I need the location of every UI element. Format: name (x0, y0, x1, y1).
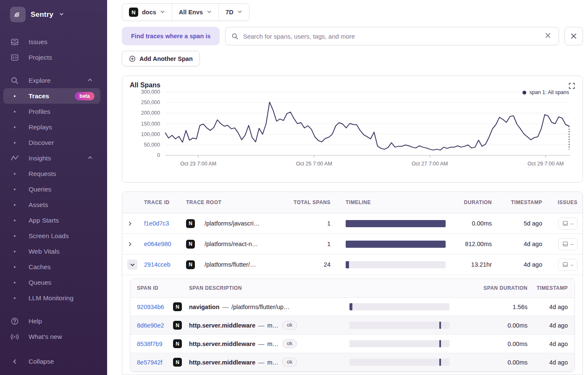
sidebar-item-insights[interactable]: Insights (3, 150, 100, 166)
table-row-expanded: 2914cceb N /platforms/flutter/… 24 13.21… (122, 254, 583, 275)
add-span-row: Add Another Span (122, 51, 583, 66)
expand-row-icon[interactable] (127, 221, 144, 226)
chevron-down-icon (237, 9, 242, 16)
sidebar-item-queues[interactable]: Queues (3, 275, 100, 290)
sidebar-item-caches[interactable]: Caches (3, 259, 100, 275)
sidebar-item-queries[interactable]: Queries (3, 181, 100, 197)
duration: 13.21hr (471, 261, 492, 268)
issues-chip[interactable]: – (558, 238, 578, 250)
trace-id-link[interactable]: f1e0d7c3 (144, 220, 186, 227)
span-timestamp: 4d ago (549, 322, 568, 329)
collapse-row-icon[interactable] (127, 260, 137, 270)
legend-dot-icon (522, 91, 526, 94)
sidebar-item-label: Web Vitals (29, 248, 100, 255)
y-axis-tick-label: 250,000 (141, 100, 160, 105)
chevron-down-icon (160, 9, 165, 16)
header-duration: DURATION (464, 199, 492, 205)
bullet-icon (10, 266, 19, 268)
status-badge: ok (282, 339, 297, 348)
bullet-icon (10, 95, 19, 97)
sidebar-footer: HelpWhat's newCollapse (0, 313, 104, 375)
sidebar-item-label: Queries (29, 186, 100, 193)
traces-table: TRACE ID TRACE ROOT TOTAL SPANS TIMELINE… (122, 191, 583, 375)
sidebar-item-what-s-new[interactable]: What's new (3, 329, 100, 344)
span-id-link[interactable]: 8538f7b9 (137, 341, 173, 347)
status-badge: ok (282, 358, 297, 367)
sidebar-item-issues[interactable]: Issues (3, 34, 100, 50)
span-id-link[interactable]: 8e57942f (137, 359, 173, 366)
trace-id-link[interactable]: e064e980 (144, 241, 186, 247)
remove-span-filter-button[interactable] (564, 27, 583, 45)
y-axis-tick-label: 50,000 (144, 142, 160, 148)
span-description: http.server.middleware — m… ok (189, 339, 349, 348)
span-id-link[interactable]: 920934b6 (137, 304, 173, 310)
span-search-input[interactable] (243, 33, 539, 40)
sidebar-item-profiles[interactable]: Profiles (3, 104, 100, 119)
expanded-spans-section: SPAN ID SPAN DESCRIPTION SPAN DURATION T… (122, 275, 583, 375)
sidebar-item-discover[interactable]: Discover (3, 135, 100, 150)
duration: 0.00ms (472, 220, 492, 227)
duration: 812.00ms (465, 241, 492, 247)
nextjs-platform-icon: N (186, 240, 195, 249)
sidebar-item-label: Traces (29, 92, 75, 100)
search-icon (10, 76, 19, 85)
issues-chip[interactable]: – (558, 218, 578, 230)
sidebar-item-app-starts[interactable]: App Starts (3, 212, 100, 228)
sidebar-item-replays[interactable]: Replays (3, 119, 100, 135)
sidebar-item-projects[interactable]: Projects (3, 50, 100, 65)
chart-y-axis: 050,000100,000150,000200,000250,000300,0… (130, 92, 160, 158)
clear-search-button[interactable] (543, 31, 553, 42)
nextjs-platform-icon: N (186, 219, 195, 228)
environment-selector[interactable]: All Envs (172, 4, 218, 21)
timestamp: 5d ago (524, 220, 542, 227)
environment-selector-label: All Envs (179, 9, 203, 16)
projects-icon (10, 53, 19, 62)
sidebar-item-requests[interactable]: Requests (3, 166, 100, 181)
sidebar-item-llm-monitoring[interactable]: LLM Monitoring (3, 290, 100, 306)
span-id-link[interactable]: 8d6e90e2 (137, 322, 173, 329)
sidebar-item-screen-loads[interactable]: Screen Loads (3, 228, 100, 244)
span-timestamp: 4d ago (549, 304, 568, 310)
span-timeline-bar (349, 340, 449, 347)
y-axis-tick-label: 200,000 (141, 110, 160, 116)
header-trace-root: TRACE ROOT (186, 199, 289, 205)
sidebar-collapse-button[interactable]: Collapse (3, 354, 100, 369)
chevron-down-icon (59, 12, 64, 17)
trace-id-link[interactable]: 2914cceb (144, 261, 186, 268)
bullet-icon (10, 220, 19, 221)
table-row: f1e0d7c3 N /platforms/javascri… 1 0.00ms… (122, 213, 583, 234)
page-filter-bar: N docs All Envs 7D (122, 3, 249, 21)
sidebar-item-label: Projects (29, 54, 100, 61)
sidebar: Sentry IssuesProjectsExploreTracesbetaPr… (0, 0, 107, 375)
header-timestamp: TIMESTAMP (511, 199, 542, 205)
header-span-timestamp: TIMESTAMP (537, 285, 568, 291)
org-name: Sentry (31, 10, 53, 19)
issues-chip[interactable]: – (558, 259, 578, 271)
span-timeline-bar (349, 322, 449, 329)
sidebar-item-explore[interactable]: Explore (3, 73, 100, 88)
nextjs-platform-icon: N (173, 358, 182, 367)
sidebar-item-web-vitals[interactable]: Web Vitals (3, 244, 100, 259)
sidebar-item-label: Discover (29, 139, 100, 147)
expand-row-icon[interactable] (127, 241, 144, 247)
beta-badge: beta (75, 92, 94, 100)
nextjs-platform-icon: N (173, 302, 182, 311)
date-range-selector[interactable]: 7D (218, 4, 249, 21)
sidebar-item-traces[interactable]: Tracesbeta (3, 88, 100, 104)
span-description: navigation — /platforms/flutter/up… (189, 304, 349, 310)
spans-table: SPAN ID SPAN DESCRIPTION SPAN DURATION T… (130, 278, 575, 372)
org-switcher[interactable]: Sentry (0, 0, 107, 28)
spans-table-header: SPAN ID SPAN DESCRIPTION SPAN DURATION T… (130, 279, 575, 298)
bullet-icon (10, 111, 19, 113)
issues-icon (10, 38, 19, 46)
collapse-icon (10, 359, 19, 365)
sidebar-item-help[interactable]: Help (3, 313, 100, 329)
sidebar-item-label: Help (29, 317, 100, 325)
add-another-span-button[interactable]: Add Another Span (122, 51, 200, 66)
chevron-up-icon (87, 77, 93, 84)
sidebar-item-assets[interactable]: Assets (3, 197, 100, 212)
plus-circle-icon (129, 55, 136, 62)
project-selector[interactable]: N docs (122, 4, 172, 21)
sidebar-item-label: Profiles (29, 108, 100, 115)
x-axis-tick-label: Oct 23 7:00 AM (180, 161, 216, 167)
